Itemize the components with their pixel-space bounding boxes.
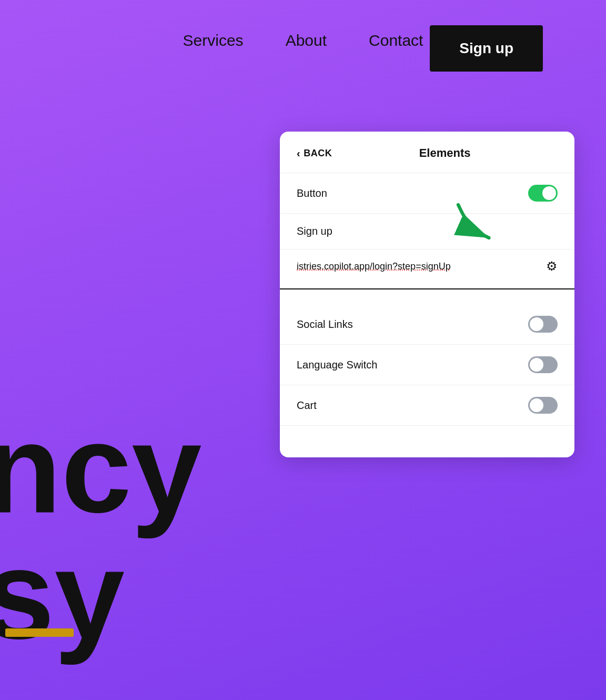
spacer	[280, 294, 574, 304]
language-switch-toggle[interactable]	[528, 356, 558, 373]
cart-toggle[interactable]	[528, 397, 558, 414]
bg-signup-button[interactable]: Sign up	[430, 25, 543, 72]
url-text[interactable]: istries.copilot.app/login?step=signUp	[297, 261, 540, 272]
cart-toggle-knob	[530, 398, 543, 412]
panel-row-signup: Sign up	[280, 214, 574, 249]
back-button[interactable]: ‹ BACK	[297, 147, 332, 159]
nav-about[interactable]: About	[286, 32, 327, 49]
panel-row-language-switch: Language Switch	[280, 345, 574, 385]
nav-contact[interactable]: Contact	[369, 32, 423, 49]
panel-title: Elements	[332, 146, 558, 160]
panel-header: ‹ BACK Elements	[280, 132, 574, 173]
elements-panel: ‹ BACK Elements Button Sign up istries.c…	[280, 132, 574, 457]
button-toggle[interactable]	[528, 185, 558, 202]
button-toggle-knob	[542, 186, 556, 200]
social-links-toggle-knob	[530, 317, 543, 331]
back-chevron-icon: ‹	[297, 147, 300, 159]
gear-icon[interactable]: ⚙	[546, 259, 558, 274]
bg-text-line1: ncy	[0, 405, 202, 532]
panel-bottom-spacer	[280, 426, 574, 457]
panel-row-url: istries.copilot.app/login?step=signUp ⚙	[280, 249, 574, 289]
panel-row-social-links: Social Links	[280, 304, 574, 345]
language-switch-label: Language Switch	[297, 359, 377, 371]
signup-row-label: Sign up	[297, 225, 332, 237]
nav-services[interactable]: Services	[183, 32, 244, 49]
button-row-label: Button	[297, 187, 327, 199]
social-links-toggle[interactable]	[528, 316, 558, 333]
yellow-underline-decoration	[5, 628, 74, 637]
bg-text-line2: sy	[0, 532, 125, 658]
cart-label: Cart	[297, 399, 317, 412]
language-switch-toggle-knob	[530, 358, 543, 372]
social-links-label: Social Links	[297, 318, 353, 331]
panel-row-button: Button	[280, 173, 574, 214]
panel-row-cart: Cart	[280, 385, 574, 426]
back-label: BACK	[304, 148, 332, 159]
